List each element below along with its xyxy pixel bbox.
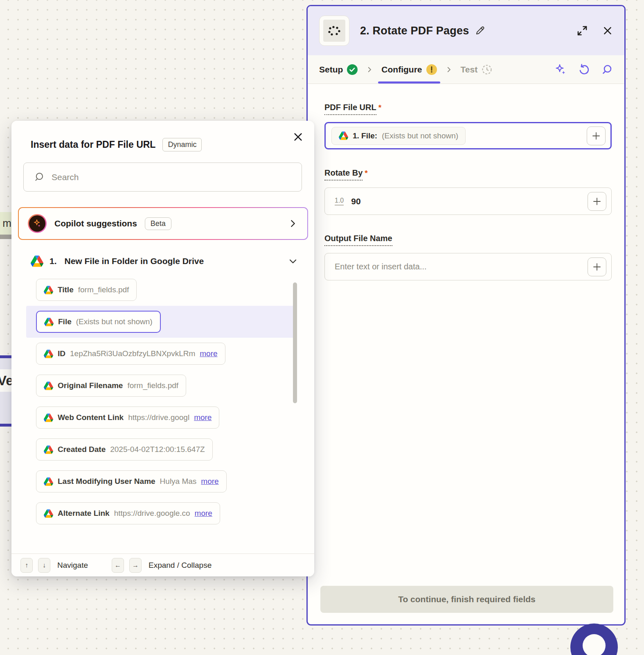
google-drive-icon	[44, 350, 53, 358]
list-item[interactable]: Title form_fields.pdf	[36, 279, 314, 301]
rotate-by-input[interactable]	[351, 196, 433, 206]
item-more-link[interactable]: more	[195, 509, 212, 518]
item-label: Last Modifying User Name	[58, 477, 155, 486]
configure-warning-icon	[426, 64, 437, 75]
configure-form: PDF File URL * 1. File: (Exists but not …	[308, 84, 624, 280]
undo-refresh-icon[interactable]	[577, 63, 590, 76]
trigger-section-header[interactable]: 1. New File in Folder in Google Drive	[31, 255, 298, 267]
test-pending-clock-icon	[482, 64, 492, 75]
section-title: New File in Folder in Google Drive	[65, 256, 204, 266]
search-input[interactable]	[52, 172, 292, 182]
rotate-by-input-box[interactable]: 1.0	[324, 187, 612, 215]
required-asterisk: *	[378, 103, 381, 112]
tab-test[interactable]: Test	[461, 64, 493, 75]
list-item[interactable]: Last Modifying User Name Hulya Mas more	[36, 470, 314, 492]
token-prefix: 1. File:	[353, 131, 377, 140]
token-value: (Exists but not shown)	[382, 131, 458, 140]
close-panel-icon[interactable]	[602, 25, 613, 36]
section-index: 1.	[50, 256, 57, 266]
modal-footer: ↑ ↓ Navigate ← → Expand / Collapse	[11, 553, 314, 576]
list-scrollbar[interactable]	[293, 282, 297, 403]
chevron-right-icon	[366, 66, 373, 73]
edit-title-icon[interactable]	[475, 25, 485, 36]
item-value: form_fields.pdf	[127, 381, 178, 390]
list-item[interactable]: Web Content Link https://drive.googl mor…	[36, 407, 314, 429]
output-file-name-label: Output File Name	[324, 234, 392, 246]
pdfco-app-icon	[319, 16, 349, 46]
insert-data-modal: Insert data for PDF File URL Dynamic Co	[11, 121, 314, 576]
google-drive-icon	[44, 286, 53, 294]
chevron-down-icon[interactable]	[288, 256, 298, 266]
insert-data-plus-button[interactable]	[588, 257, 606, 276]
tab-setup[interactable]: Setup	[319, 64, 358, 75]
ai-sparkle-icon[interactable]	[554, 63, 567, 76]
output-file-name-input-box[interactable]	[324, 253, 612, 280]
item-value: (Exists but not shown)	[76, 317, 153, 326]
pdf-file-url-input[interactable]: 1. File: (Exists but not shown)	[324, 122, 612, 149]
item-more-link[interactable]: more	[194, 413, 212, 422]
background-fragment-green-pill: s m	[0, 212, 11, 235]
item-label: Web Content Link	[58, 413, 124, 422]
arrow-right-key-icon[interactable]: →	[129, 558, 142, 573]
arrow-down-key-icon[interactable]: ↓	[38, 558, 50, 573]
item-value: https://drive.google.co	[114, 509, 190, 518]
field-pdf-file-url: PDF File URL * 1. File: (Exists but not …	[324, 103, 612, 149]
output-file-name-input[interactable]	[335, 262, 588, 271]
copilot-label: Copilot suggestions	[54, 219, 137, 228]
step-tab-bar: Setup Configure Test	[308, 55, 624, 84]
search-icon	[34, 172, 45, 183]
field-output-file-name: Output File Name	[324, 234, 612, 280]
item-value: Hulya Mas	[160, 477, 197, 486]
expand-panel-icon[interactable]	[576, 25, 588, 37]
google-drive-icon	[339, 131, 348, 140]
google-drive-icon	[44, 318, 54, 326]
search-step-icon[interactable]	[601, 63, 613, 76]
background-fragment-gray-strip	[0, 235, 11, 239]
item-value: form_fields.pdf	[78, 285, 129, 294]
panel-title: 2. Rotate PDF Pages	[360, 25, 469, 37]
copilot-suggestions-row[interactable]: Copilot suggestions Beta	[18, 207, 308, 240]
panel-header: 2. Rotate PDF Pages	[308, 6, 624, 55]
beta-badge: Beta	[145, 217, 171, 230]
tab-configure-label: Configure	[381, 65, 422, 75]
arrow-left-key-icon[interactable]: ←	[112, 558, 124, 573]
list-item[interactable]: File (Exists but not shown)	[36, 311, 314, 333]
chevron-right-icon	[445, 66, 453, 73]
list-item[interactable]: Original Filename form_fields.pdf	[36, 375, 314, 397]
google-drive-icon	[44, 413, 53, 422]
google-drive-icon	[44, 477, 53, 486]
item-more-link[interactable]: more	[200, 349, 217, 358]
item-value: 2025-04-02T12:00:15.647Z	[110, 445, 205, 454]
list-item[interactable]: Alternate Link https://drive.google.co m…	[36, 502, 314, 524]
chevron-right-icon	[288, 219, 297, 228]
item-value: 1epZha5Ri3UaOzbfzyLBNXpvkLRm	[70, 349, 195, 358]
mapped-field-token[interactable]: 1. File: (Exists but not shown)	[331, 127, 466, 145]
item-more-link[interactable]: more	[201, 477, 218, 486]
continue-disabled-button[interactable]: To continue, finish required fields	[320, 586, 613, 613]
item-label: ID	[58, 349, 65, 358]
tab-setup-label: Setup	[319, 65, 343, 75]
list-item[interactable]: ID 1epZha5Ri3UaOzbfzyLBNXpvkLRm more	[36, 343, 314, 365]
pdf-file-url-label: PDF File URL	[324, 103, 376, 115]
close-modal-icon[interactable]	[293, 131, 304, 142]
modal-search-box[interactable]	[23, 163, 302, 192]
dynamic-badge: Dynamic	[162, 138, 202, 151]
insert-data-plus-button[interactable]	[587, 126, 606, 145]
chat-widget-dot	[583, 634, 606, 655]
google-drive-icon	[31, 255, 43, 267]
item-label: File	[58, 317, 72, 326]
arrow-up-key-icon[interactable]: ↑	[20, 558, 33, 573]
background-fragment-step-card: Ve	[0, 355, 12, 427]
insert-data-list: Title form_fields.pdf File (Exists but n…	[11, 279, 314, 524]
copilot-sparkle-icon	[28, 214, 47, 233]
list-item[interactable]: Created Date 2025-04-02T12:00:15.647Z	[36, 438, 314, 461]
google-drive-icon	[44, 509, 53, 518]
item-value: https://drive.googl	[128, 413, 189, 422]
google-drive-icon	[44, 382, 53, 390]
modal-title: Insert data for PDF File URL	[31, 139, 155, 150]
navigate-label: Navigate	[57, 561, 88, 570]
chat-widget-bubble[interactable]	[570, 623, 618, 655]
tab-configure[interactable]: Configure	[381, 64, 437, 75]
item-label: Created Date	[58, 445, 106, 454]
insert-data-plus-button[interactable]	[588, 192, 606, 211]
